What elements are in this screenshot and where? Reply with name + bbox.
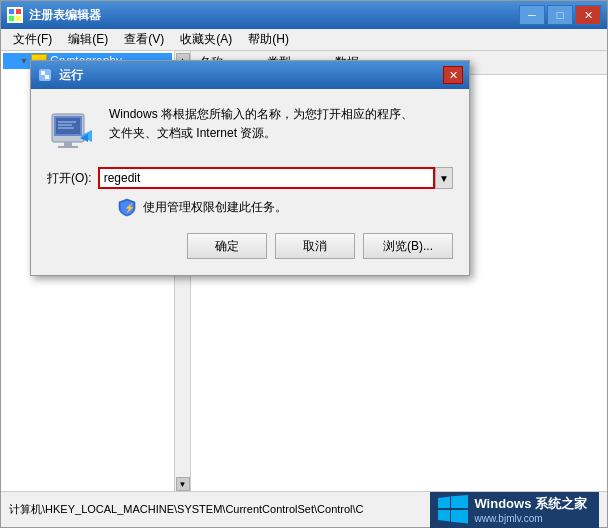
- title-bar: 注册表编辑器 ─ □ ✕: [1, 1, 607, 29]
- browse-button[interactable]: 浏览(B)...: [363, 233, 453, 259]
- dialog-hint: ⚡ 使用管理权限创建此任务。: [117, 197, 453, 217]
- dialog-header: Windows 将根据您所输入的名称，为您打开相应的程序、文件夹、文档或 Int…: [47, 105, 453, 155]
- dialog-icon-area: [47, 105, 97, 155]
- windows-text-area: Windows 系统之家 www.bjmlv.com: [474, 495, 587, 524]
- cancel-button[interactable]: 取消: [275, 233, 355, 259]
- svg-rect-9: [41, 71, 45, 75]
- svg-rect-1: [16, 9, 21, 14]
- windows-brand-text: Windows 系统之家: [474, 495, 587, 513]
- run-app-icon: [48, 106, 96, 154]
- dialog-description-area: Windows 将根据您所输入的名称，为您打开相应的程序、文件夹、文档或 Int…: [109, 105, 453, 143]
- scroll-down-btn[interactable]: ▼: [176, 477, 190, 491]
- windows-logo-icon: [438, 495, 468, 525]
- svg-rect-0: [9, 9, 14, 14]
- windows-website: www.bjmlv.com: [474, 513, 587, 524]
- dialog-title-bar: 运行 ✕: [31, 61, 469, 89]
- open-label: 打开(O):: [47, 170, 92, 187]
- title-bar-left: 注册表编辑器: [7, 7, 101, 24]
- dialog-content: Windows 将根据您所输入的名称，为您打开相应的程序、文件夹、文档或 Int…: [31, 89, 469, 275]
- maximize-button[interactable]: □: [547, 5, 573, 25]
- dialog-buttons: 确定 取消 浏览(B)...: [47, 233, 453, 259]
- menu-bar: 文件(F) 编辑(E) 查看(V) 收藏夹(A) 帮助(H): [1, 29, 607, 51]
- run-dialog: 运行 ✕: [30, 60, 470, 276]
- svg-marker-7: [451, 510, 468, 524]
- menu-file[interactable]: 文件(F): [5, 29, 60, 50]
- window-title: 注册表编辑器: [29, 7, 101, 24]
- svg-rect-18: [58, 146, 78, 148]
- menu-edit[interactable]: 编辑(E): [60, 29, 116, 50]
- svg-marker-5: [451, 495, 468, 508]
- app-icon: [7, 7, 23, 23]
- dialog-title-icon: [37, 67, 53, 83]
- dialog-description: Windows 将根据您所输入的名称，为您打开相应的程序、文件夹、文档或 Int…: [109, 107, 413, 140]
- svg-rect-13: [56, 118, 80, 134]
- status-path: 计算机\HKEY_LOCAL_MACHINE\SYSTEM\CurrentCon…: [9, 502, 364, 517]
- svg-marker-4: [438, 496, 450, 508]
- dropdown-button[interactable]: ▼: [435, 167, 453, 189]
- minimize-button[interactable]: ─: [519, 5, 545, 25]
- svg-text:⚡: ⚡: [124, 202, 136, 214]
- windows-logo-area: Windows 系统之家 www.bjmlv.com: [430, 492, 599, 528]
- svg-rect-3: [16, 16, 21, 21]
- tree-arrow-cryptography: ▼: [17, 56, 31, 66]
- dialog-title-text: 运行: [59, 67, 83, 84]
- menu-help[interactable]: 帮助(H): [240, 29, 297, 50]
- shield-icon: ⚡: [117, 197, 137, 217]
- close-button[interactable]: ✕: [575, 5, 601, 25]
- dialog-input-row: 打开(O): ▼: [47, 167, 453, 189]
- status-bar: 计算机\HKEY_LOCAL_MACHINE\SYSTEM\CurrentCon…: [1, 491, 607, 527]
- dialog-close-button[interactable]: ✕: [443, 66, 463, 84]
- svg-rect-2: [9, 16, 14, 21]
- svg-marker-6: [438, 510, 450, 522]
- dialog-title-left: 运行: [37, 67, 83, 84]
- hint-text: 使用管理权限创建此任务。: [143, 199, 287, 216]
- run-input[interactable]: [98, 167, 435, 189]
- menu-view[interactable]: 查看(V): [116, 29, 172, 50]
- svg-rect-10: [45, 75, 49, 79]
- ok-button[interactable]: 确定: [187, 233, 267, 259]
- svg-rect-17: [64, 142, 72, 146]
- window-controls: ─ □ ✕: [519, 5, 601, 25]
- menu-favorites[interactable]: 收藏夹(A): [172, 29, 240, 50]
